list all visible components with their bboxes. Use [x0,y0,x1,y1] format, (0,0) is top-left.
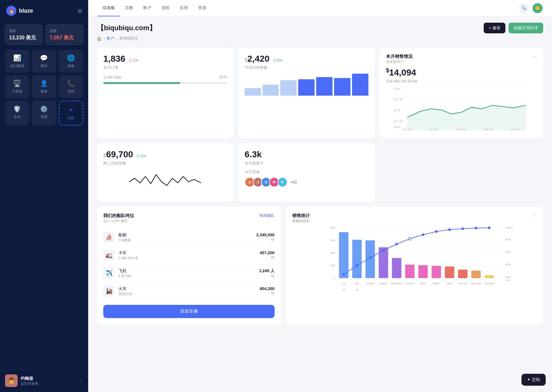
bar-6 [334,78,350,96]
user-nav-avatar[interactable]: 🙂 [532,3,543,13]
svg-text:Apr 04: Apr 04 [402,127,411,131]
nav-tabs: 仪表板 页数 帐户 授权 应用 资源 [98,0,211,16]
bottom-row: 我们的船队吨位 总计 1,247 辆车 检阅舰队 ⛵ 船舶 234艘船 2,34… [97,207,543,324]
train-number: 804,300 [260,286,275,291]
sidebar-item-stats[interactable]: 📊 统计数据 [5,50,29,73]
sidebar-footer: 👨 约翰逊 反应开发者 ⋮ [0,369,88,392]
logo-text: blaze [19,8,33,14]
progress-bar [103,82,227,84]
new-customers-label: 本月新客户 [245,161,368,166]
budget-label: 预算 [9,29,38,33]
hero-5: K [277,177,287,187]
total-sales-chart [103,169,227,194]
svg-text:80%: 80% [505,238,511,241]
line-dot-UK [356,264,358,267]
breadcrumb-accounts[interactable]: 帐户 [107,36,114,41]
security-icon: 🛡️ [13,105,21,113]
search-button[interactable]: 🔍 [519,3,529,13]
sidebar-item-media[interactable]: 👤 媒体 [32,75,56,98]
progress-labels: 1,048 目标 62% [103,75,227,80]
svg-text:$10K: $10K [394,126,401,129]
line-dot-Germany [395,243,398,245]
svg-text:Spain: Spain [433,282,440,285]
svg-text:Apr 07: Apr 07 [429,127,438,131]
orders-card: 1,836 ↓2.2% 本月订单 1,048 目标 62% [97,48,233,138]
sidebar-item-chat[interactable]: 💬 聊天 [32,50,56,73]
bar-Italy [445,266,454,278]
svg-text:⛰: ⛰ [355,288,358,291]
sidebar-item-support[interactable]: 📞 支持 [59,75,83,98]
tab-auth[interactable]: 授权 [156,0,175,16]
total-sales-label: 网上总销售额 [103,161,227,166]
invite-button[interactable]: + 邀请 [484,23,505,33]
calculator-icon: 🖥️ [13,80,21,87]
progress-fill [103,82,180,84]
tab-accounts[interactable]: 帐户 [138,0,156,16]
svg-text:600: 600 [330,239,335,242]
svg-text:0%: 0% [505,279,509,282]
bar-China [365,240,375,278]
monthly-more-button[interactable]: ··· [533,54,537,59]
truck-info: 卡车 1,460 码卡车 [118,250,256,260]
line-dot-Spain [435,230,437,233]
svg-text:$24K: $24K [394,87,401,90]
breadcrumb-current: 奥弗维耶夫 [119,36,138,41]
fleet-item-plane: ✈️ 飞机 8 架飞机 1,240 人 吨 [103,264,275,282]
svg-text:100%: 100% [505,226,512,229]
avg-sales-chart [245,74,368,96]
add-vehicle-button[interactable]: 添加车辆 [103,305,275,318]
page-title: 【biqubiqu.com】 [97,23,156,33]
sidebar-item-add[interactable]: + 添新 [59,101,83,126]
tab-dashboard[interactable]: 仪表板 [98,0,120,16]
monthly-line-chart: $24K $20.5K $17K $13.5K $10K Apr 04 Apr … [386,87,537,131]
sidebar-item-security[interactable]: 🛡️ 安全 [5,101,29,126]
tab-resources[interactable]: 资源 [193,0,211,16]
tab-apps[interactable]: 应用 [175,0,193,16]
fleet-item-truck: 🚛 卡车 1,460 码卡车 457,200 吨 [103,246,275,264]
total-sales-change: ↑2.2% [136,154,146,158]
bar-Russia [458,270,467,278]
orders-change: ↓2.2% [128,58,138,63]
train-icon: 🚂 [103,285,115,297]
sidebar: 🔥 blaze ⊞ 预算 13,230 美元 花费 7,057 美元 📊 统计数… [0,0,88,392]
fleet-item-ship: ⛵ 船舶 234艘船 2,345,500 吨 [103,228,275,246]
user-more-icon[interactable]: ⋮ [79,378,83,383]
line-dot-Canada [488,227,490,229]
avg-sales-card: $ 2,420 ↑2.6% 平均日销售额 [238,48,375,138]
train-value: 804,300 吨 [260,286,275,296]
sidebar-item-settings[interactable]: ⚙️ 设置 [32,101,56,126]
plane-icon: ✈️ [103,267,115,279]
view-fleet-link[interactable]: 检阅舰队 [259,213,275,218]
bar-Canada [484,275,494,278]
heroes-label: 今日英雄 [245,169,368,175]
bar-5 [316,77,333,96]
orders-label: 本月订单 [103,65,227,70]
truck-value: 457,200 吨 [260,250,275,260]
sales-stats-subtitle: 最畅销国家 [292,219,310,223]
svg-text:40%: 40% [505,263,511,266]
line-dot-France [408,238,411,240]
avg-dollar: $ [245,57,248,63]
guide-label: 指南 [67,64,74,68]
sidebar-settings-icon[interactable]: ⊞ [78,8,82,14]
sales-stats-titles: 销售统计 最畅销国家 [292,213,310,223]
chat-label: 聊天 [41,64,48,68]
svg-text:Russia: Russia [458,282,467,285]
svg-text:Apr 13: Apr 13 [483,127,492,131]
plane-number: 1,240 人 [259,268,275,274]
customize-button[interactable]: ✦ 定制 [521,374,546,386]
tab-pages[interactable]: 页数 [120,0,138,16]
avg-sales-change: ↑2.6% [272,58,282,63]
svg-text:200: 200 [330,264,335,267]
truck-number: 457,200 [260,250,275,255]
svg-text:$13.5K: $13.5K [394,119,403,123]
line-dot-Russia [461,227,464,230]
truck-unit: 吨 [260,255,275,260]
bar-7 [352,74,368,96]
sidebar-item-guide[interactable]: 🌐 指南 [59,50,83,73]
create-app-button[interactable]: 创建应用程序 [509,23,543,33]
svg-text:0: 0 [333,277,335,280]
plane-count: 8 架飞机 [118,274,255,278]
sales-stats-more-button[interactable]: ··· [533,213,537,219]
sidebar-item-calculator[interactable]: 🖥️ 计算器 [5,75,29,98]
